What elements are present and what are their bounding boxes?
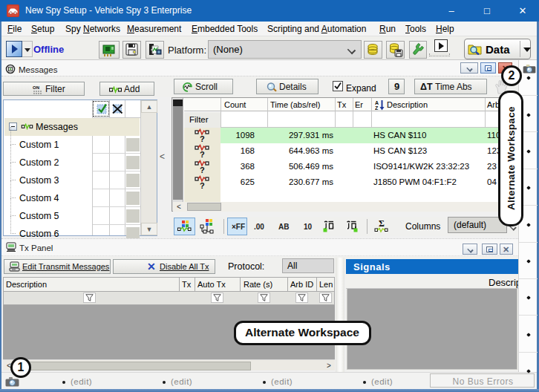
signals-header: Signals	[346, 259, 518, 274]
message-row[interactable]: 1098 297.931 ms HS CAN $110 110	[220, 128, 518, 143]
tx-col-tx[interactable]: Tx	[182, 280, 191, 289]
tree-item-placeholder	[126, 138, 140, 151]
funnel-icon[interactable]	[295, 293, 308, 303]
hex-display-button[interactable]: ×FF	[227, 218, 247, 235]
scroll-left-icon[interactable]: <	[177, 202, 181, 212]
tx-hscrollbar[interactable]: < >	[3, 359, 335, 370]
signals-col-description[interactable]: Description	[489, 277, 518, 288]
add-button[interactable]: Add	[99, 82, 154, 96]
binary-display-button[interactable]: 10	[304, 223, 312, 231]
funnel-icon[interactable]	[258, 293, 270, 303]
funnel-icon[interactable]	[83, 293, 96, 303]
messages-hscrollbar[interactable]: <	[173, 202, 517, 212]
tx-filter-row[interactable]	[4, 292, 334, 304]
dock-menu-button[interactable]	[460, 62, 478, 74]
network-view-button[interactable]	[198, 219, 220, 234]
time-abs-button[interactable]: ΔT Time Abs	[414, 79, 487, 94]
vscroll-thumb[interactable]	[173, 106, 183, 200]
tree-item[interactable]: Custom 4	[4, 189, 140, 207]
tree-item[interactable]: Custom 1	[4, 136, 140, 154]
menu-item[interactable]: Scripting and Automation	[267, 24, 366, 34]
details-button[interactable]: Details	[256, 79, 318, 94]
message-row[interactable]: 168 644.963 ms HS CAN $123 123	[220, 143, 518, 159]
col-er[interactable]: Er	[355, 100, 363, 109]
close-button[interactable]: ✕	[506, 0, 539, 22]
offline-status: Offline	[33, 44, 64, 55]
database-button[interactable]	[364, 41, 382, 59]
decode-alt-button[interactable]	[346, 220, 358, 232]
minimize-button[interactable]: –	[435, 0, 468, 22]
tx-col-rate[interactable]: Rate (s)	[244, 280, 272, 289]
funnel-icon[interactable]	[319, 293, 332, 303]
scroll-right-icon[interactable]: >	[327, 361, 331, 370]
base-nine-button[interactable]: 9	[388, 79, 405, 94]
dock-restore-button[interactable]	[480, 62, 496, 74]
message-count: 625	[220, 177, 255, 186]
uncheck-all-icon[interactable]	[111, 102, 124, 115]
menu-item[interactable]: Measurement	[127, 24, 181, 34]
tx-table: Description Tx Auto Tx Rate (s) Arb ID L…	[3, 277, 335, 305]
tx-col-description[interactable]: Description	[6, 280, 47, 289]
panel-splitter[interactable]	[336, 258, 344, 372]
check-all-icon[interactable]	[96, 102, 108, 115]
menu-item[interactable]: Setup	[31, 24, 54, 34]
ascii-display-button[interactable]: AB	[278, 223, 289, 231]
menu-item[interactable]: Spy Networks	[65, 24, 120, 34]
menu-item[interactable]: Tools	[405, 24, 426, 34]
dock-restore-button[interactable]	[482, 244, 497, 255]
close-icon: ✕	[503, 245, 509, 255]
message-row[interactable]: 625 230.677 ms J1850 PWM 04:F1:F2 04 F	[220, 174, 518, 190]
splitter-collapse-arrow[interactable]: <	[160, 151, 169, 162]
disable-all-tx-button[interactable]: ✕ Disable All Tx	[113, 259, 215, 274]
tree-item[interactable]: Custom 5	[4, 207, 140, 225]
tx-col-arbid[interactable]: Arb ID	[290, 280, 313, 289]
tx-col-autotx[interactable]: Auto Tx	[197, 280, 226, 289]
decimal-display-button[interactable]: .00	[254, 223, 264, 231]
menu-item[interactable]: Help	[436, 24, 454, 34]
camera-icon[interactable]	[5, 376, 19, 387]
funnel-icon[interactable]	[211, 293, 223, 303]
menu-item[interactable]: Embedded Tools	[192, 24, 258, 34]
maximize-button[interactable]: □	[471, 0, 503, 22]
bus-status-label: No Bus Errors	[431, 376, 535, 387]
statistics-button[interactable]: Σ	[374, 218, 389, 234]
dock-close-button[interactable]: ✕	[500, 244, 513, 255]
col-time[interactable]: Time (abs/rel)	[270, 100, 320, 109]
hscroll-thumb[interactable]	[187, 203, 221, 211]
col-description[interactable]: Description	[387, 100, 428, 109]
scroll-button[interactable]: Scroll	[174, 79, 233, 94]
edit-transmit-button[interactable]: Edit Transmit Messages	[4, 259, 111, 274]
panel-arrow-button[interactable]	[434, 39, 448, 52]
database-save-button[interactable]	[386, 41, 405, 59]
message-row[interactable]: 368 506.469 ms ISO9141/KW2K 23:32:23 23 …	[220, 159, 518, 174]
save-button[interactable]	[122, 41, 141, 59]
report-button[interactable]	[146, 41, 164, 59]
alternate-workspace-tab[interactable]: Alternate Workspace	[498, 91, 523, 226]
menu-item[interactable]: File	[7, 24, 22, 34]
hscroll-thumb[interactable]	[15, 362, 251, 370]
filter-button[interactable]: ON Filter	[3, 82, 85, 96]
expand-checkbox[interactable]	[333, 81, 343, 91]
tree-item[interactable]: Custom 3	[4, 172, 140, 189]
hardware-button[interactable]	[99, 41, 120, 59]
messages-filter-row[interactable]: Filter	[184, 112, 518, 128]
decode-button[interactable]	[323, 220, 335, 232]
message-time: 297.931 ms	[265, 131, 333, 140]
tx-col-len[interactable]: Len	[319, 280, 333, 289]
dock-menu-button[interactable]	[463, 244, 477, 255]
tree-item[interactable]: Custom 2	[4, 154, 140, 172]
scroll-up-icon[interactable]: ▲	[141, 100, 157, 113]
col-tx[interactable]: Tx	[337, 100, 346, 109]
scroll-down-icon[interactable]: ▼	[141, 223, 157, 235]
graph-view-button[interactable]	[174, 218, 195, 235]
tree-scrollbar[interactable]: ▲ ▼	[140, 100, 157, 235]
messages-vscrollbar[interactable]	[172, 98, 183, 211]
chevron-down-icon[interactable]	[523, 48, 531, 52]
menu-item[interactable]: Run	[379, 24, 396, 34]
run-button[interactable]	[6, 41, 22, 57]
table-gridline	[335, 98, 336, 128]
table-gridline	[267, 98, 268, 128]
col-count[interactable]: Count	[224, 100, 246, 109]
tools-button[interactable]	[409, 41, 427, 59]
run-dropdown-button[interactable]	[22, 41, 33, 57]
